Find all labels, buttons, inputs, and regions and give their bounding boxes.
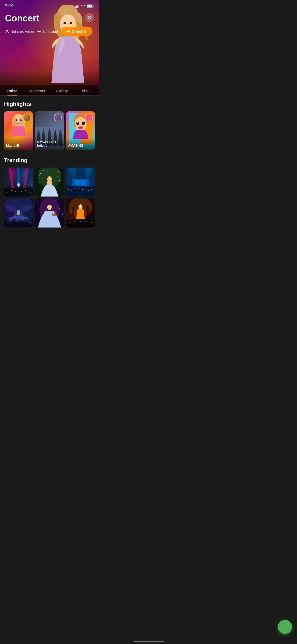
svg-point-105 bbox=[69, 222, 70, 223]
svg-point-87 bbox=[38, 201, 38, 202]
stage-scene-2: ✦ ✦ ✦ bbox=[35, 168, 64, 197]
stage-scene-5 bbox=[35, 199, 64, 228]
svg-point-67 bbox=[77, 190, 77, 190]
trending-card-1[interactable] bbox=[4, 168, 33, 197]
svg-point-45 bbox=[25, 190, 26, 191]
svg-point-93 bbox=[47, 205, 52, 210]
highlight-card-3[interactable]: AMAZING! bbox=[66, 111, 95, 150]
time-to-start-label: 2d to start bbox=[43, 29, 58, 34]
svg-rect-103 bbox=[87, 210, 89, 216]
svg-point-91 bbox=[36, 216, 37, 216]
svg-rect-8 bbox=[75, 6, 76, 8]
main-content: Highlights Magi bbox=[0, 96, 99, 247]
trending-card-5[interactable] bbox=[35, 199, 64, 228]
svg-point-88 bbox=[61, 203, 61, 203]
svg-text:✦: ✦ bbox=[39, 175, 40, 177]
stage-scene-6 bbox=[66, 199, 95, 228]
highlight-avatar-2 bbox=[54, 113, 62, 121]
wifi-icon bbox=[81, 4, 85, 8]
svg-point-41 bbox=[6, 192, 8, 193]
trending-card-3[interactable] bbox=[66, 168, 95, 197]
highlight-caption-2: OMG! I can't belei... bbox=[35, 134, 64, 150]
svg-point-66 bbox=[74, 188, 74, 189]
signal-icon bbox=[75, 4, 79, 8]
hero-section: 7:19 bbox=[0, 0, 99, 96]
svg-point-106 bbox=[74, 221, 75, 222]
svg-line-37 bbox=[10, 168, 13, 188]
svg-point-35 bbox=[74, 125, 76, 127]
tab-pulse[interactable]: Pulse bbox=[0, 85, 25, 95]
tab-gallery[interactable]: Gallery bbox=[50, 85, 74, 95]
checkin-status: Not checked in bbox=[5, 29, 34, 34]
tabs-bar: Pulse Moments Gallery About bbox=[0, 85, 99, 95]
svg-point-46 bbox=[29, 192, 31, 193]
broadcast-icon bbox=[37, 29, 41, 34]
stage-scene-1 bbox=[4, 168, 33, 197]
svg-point-53 bbox=[39, 182, 40, 182]
svg-point-79 bbox=[12, 219, 16, 222]
svg-rect-101 bbox=[72, 211, 74, 217]
svg-point-18 bbox=[38, 31, 40, 32]
svg-point-70 bbox=[85, 189, 86, 189]
svg-point-108 bbox=[86, 221, 87, 222]
svg-rect-14 bbox=[87, 5, 92, 7]
svg-rect-63 bbox=[66, 186, 95, 197]
svg-point-29 bbox=[75, 117, 86, 132]
svg-point-89 bbox=[39, 210, 40, 210]
svg-point-30 bbox=[76, 122, 79, 125]
trending-title: Trending bbox=[4, 157, 95, 164]
close-icon bbox=[88, 16, 91, 19]
svg-point-17 bbox=[6, 30, 8, 31]
highlight-card-2[interactable]: OMG! I can't belei... bbox=[35, 111, 64, 150]
person-icon bbox=[5, 29, 9, 34]
svg-point-68 bbox=[79, 188, 80, 189]
highlight-avatar-3 bbox=[85, 113, 93, 121]
svg-point-65 bbox=[71, 190, 72, 191]
svg-point-84 bbox=[17, 210, 20, 215]
svg-point-32 bbox=[77, 122, 78, 123]
svg-point-80 bbox=[18, 220, 22, 223]
svg-point-99 bbox=[78, 204, 82, 209]
check-in-button[interactable]: Check In bbox=[61, 27, 93, 36]
trending-card-6[interactable] bbox=[66, 199, 95, 228]
battery-icon bbox=[87, 4, 94, 8]
svg-point-109 bbox=[91, 222, 92, 223]
time-to-start: 2d to start bbox=[37, 29, 58, 34]
svg-point-23 bbox=[15, 119, 17, 121]
svg-point-69 bbox=[82, 189, 83, 190]
svg-point-44 bbox=[21, 191, 22, 192]
close-button[interactable] bbox=[85, 13, 94, 22]
svg-point-82 bbox=[28, 221, 32, 224]
svg-rect-9 bbox=[76, 6, 77, 8]
svg-text:✦: ✦ bbox=[57, 176, 58, 178]
svg-point-42 bbox=[11, 190, 12, 191]
highlight-avatar-1 bbox=[23, 113, 31, 121]
svg-point-90 bbox=[59, 208, 60, 209]
svg-point-100 bbox=[72, 207, 75, 211]
svg-line-39 bbox=[24, 168, 27, 188]
svg-point-102 bbox=[86, 206, 89, 210]
svg-point-40 bbox=[17, 183, 20, 187]
svg-rect-11 bbox=[78, 5, 79, 8]
highlight-caption-3: AMAZING! bbox=[66, 138, 95, 150]
highlights-grid: Magical! OMG! I can't b bbox=[4, 111, 95, 150]
svg-point-51 bbox=[40, 173, 42, 174]
svg-point-78 bbox=[6, 220, 11, 223]
svg-point-33 bbox=[82, 122, 83, 123]
svg-point-24 bbox=[20, 119, 22, 121]
svg-point-56 bbox=[55, 170, 55, 170]
tab-moments[interactable]: Moments bbox=[25, 85, 49, 95]
svg-rect-10 bbox=[77, 5, 78, 8]
tab-about[interactable]: About bbox=[74, 85, 99, 95]
highlight-card-1[interactable]: Magical! bbox=[4, 111, 33, 150]
tabs-underline bbox=[0, 95, 99, 96]
svg-point-52 bbox=[58, 171, 59, 173]
trending-card-4[interactable] bbox=[4, 199, 33, 228]
svg-point-81 bbox=[23, 219, 28, 222]
trending-grid: ✦ ✦ ✦ bbox=[4, 168, 95, 228]
highlights-title: Highlights bbox=[4, 101, 95, 107]
stage-scene-4 bbox=[4, 199, 33, 228]
status-bar: 7:19 bbox=[0, 0, 99, 11]
check-in-label: Check In bbox=[72, 29, 88, 34]
trending-card-2[interactable]: ✦ ✦ ✦ bbox=[35, 168, 64, 197]
